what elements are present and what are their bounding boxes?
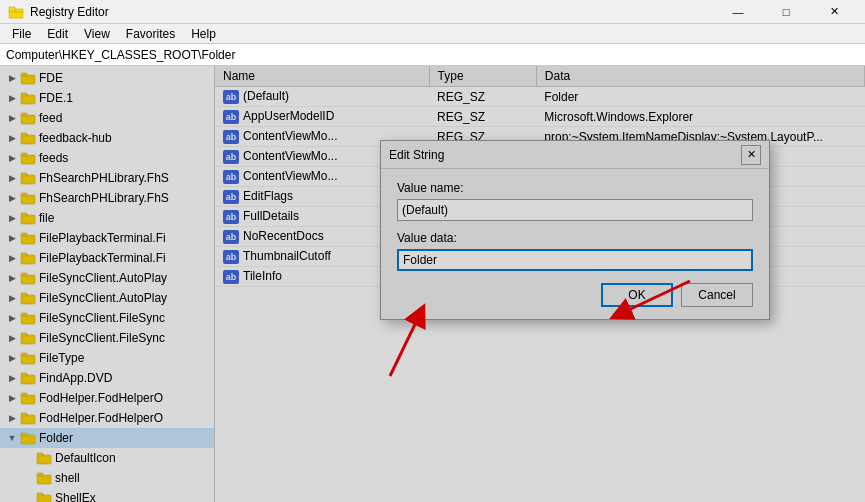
- address-path: Computer\HKEY_CLASSES_ROOT\Folder: [6, 48, 235, 62]
- app-icon: [8, 4, 24, 20]
- menu-help[interactable]: Help: [183, 25, 224, 43]
- modal-overlay: [0, 66, 865, 502]
- menu-view[interactable]: View: [76, 25, 118, 43]
- maximize-button[interactable]: □: [763, 0, 809, 24]
- title-bar: Registry Editor — □ ✕: [0, 0, 865, 24]
- minimize-button[interactable]: —: [715, 0, 761, 24]
- svg-rect-1: [9, 12, 23, 18]
- app-title: Registry Editor: [30, 5, 109, 19]
- menu-bar: File Edit View Favorites Help: [0, 24, 865, 44]
- menu-file[interactable]: File: [4, 25, 39, 43]
- address-bar: Computer\HKEY_CLASSES_ROOT\Folder: [0, 44, 865, 66]
- menu-edit[interactable]: Edit: [39, 25, 76, 43]
- svg-rect-0: [9, 7, 15, 12]
- menu-favorites[interactable]: Favorites: [118, 25, 183, 43]
- close-button[interactable]: ✕: [811, 0, 857, 24]
- svg-rect-2: [15, 9, 23, 12]
- window-controls: — □ ✕: [715, 0, 857, 24]
